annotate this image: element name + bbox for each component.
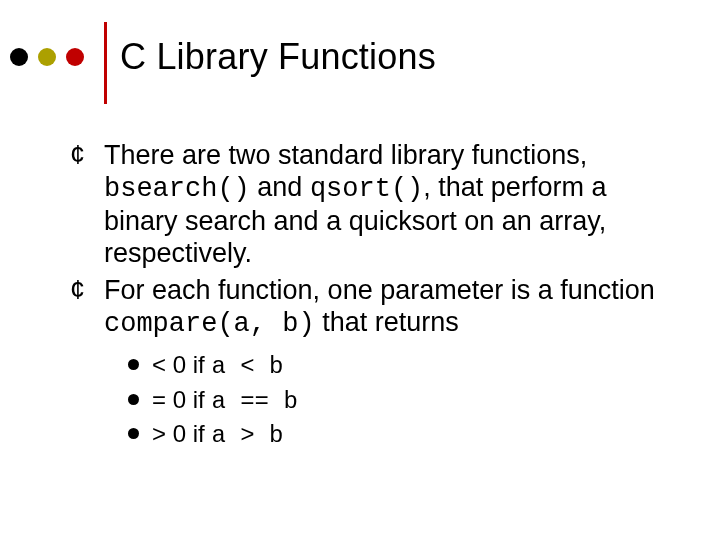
sub-bullet-3-lead: > 0 if [152,420,211,447]
vertical-divider-icon [104,22,107,104]
bullet-1-text-a: There are two standard library functions… [104,140,587,170]
bullet-1-code-a: bsearch() [104,174,250,204]
bullet-2-code-a: compare(a, b) [104,309,315,339]
sub-bullet-2: = 0 if a == b [128,384,680,418]
sub-bullet-3-code: a > b [211,422,283,449]
dot-olive-icon [38,48,56,66]
sub-bullet-1-lead: < 0 if [152,351,211,378]
sub-bullet-1-code: a < b [211,353,283,380]
slide-title: C Library Functions [120,36,436,78]
dot-black-icon [10,48,28,66]
decorative-dots [10,48,84,66]
bullet-2-text-b: that returns [315,307,459,337]
slide-body: There are two standard library functions… [70,140,680,452]
bullet-1: There are two standard library functions… [70,140,680,269]
bullet-1-text-b: and [250,172,310,202]
bullet-2-text-a: For each function, one parameter is a fu… [104,275,655,305]
sub-bullet-3: > 0 if a > b [128,418,680,452]
sub-bullet-list: < 0 if a < b = 0 if a == b > 0 if a > b [70,349,680,452]
sub-bullet-2-lead: = 0 if [152,386,211,413]
dot-red-icon [66,48,84,66]
sub-bullet-2-code: a == b [211,388,297,415]
bullet-1-code-b: qsort() [310,174,423,204]
bullet-2: For each function, one parameter is a fu… [70,275,680,341]
slide-header: C Library Functions [0,22,720,92]
sub-bullet-1: < 0 if a < b [128,349,680,383]
slide: C Library Functions There are two standa… [0,0,720,540]
